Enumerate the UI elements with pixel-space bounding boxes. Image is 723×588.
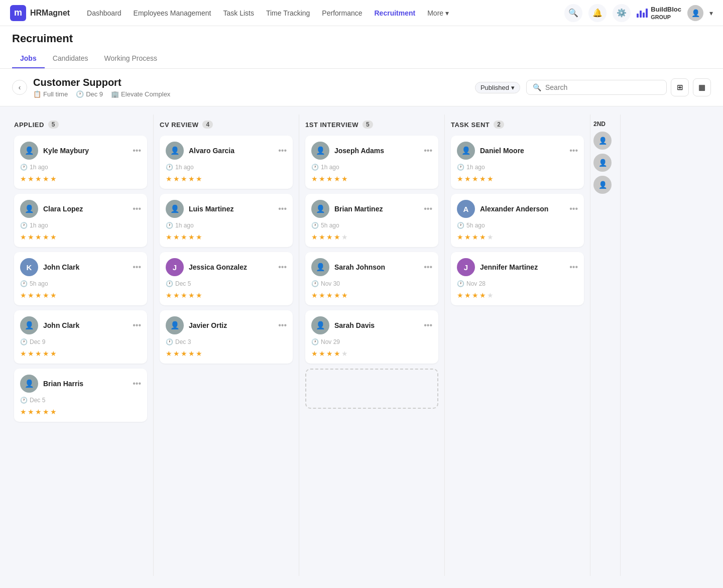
- nav-link-more[interactable]: More ▾: [422, 6, 454, 20]
- card-menu-button[interactable]: •••: [569, 146, 578, 155]
- star-icon: ★: [20, 408, 27, 416]
- clock-icon: 🕐: [457, 164, 464, 171]
- card-menu-button[interactable]: •••: [424, 263, 432, 272]
- back-button[interactable]: ‹: [12, 80, 27, 95]
- star-icon: ★: [43, 175, 49, 183]
- kanban-col-applied: APPLIED 5 👤 Kyle Maybury ••• 🕐 1h ago ★★…: [8, 114, 154, 576]
- card-time: 🕐 1h ago: [20, 222, 141, 229]
- candidate-card-luis[interactable]: 👤 Luis Martinez ••• 🕐 1h ago ★★★★★: [160, 194, 293, 247]
- nav-link-dashboard[interactable]: Dashboard: [82, 6, 127, 20]
- nav-link-timetracking[interactable]: Time Tracking: [261, 6, 315, 20]
- clock-icon: 🕐: [166, 280, 173, 287]
- notifications-button[interactable]: 🔔: [588, 4, 607, 22]
- clock-icon: 🕐: [311, 164, 319, 171]
- card-menu-button[interactable]: •••: [133, 321, 141, 330]
- star-icon: ★: [28, 291, 34, 299]
- col-header: 1ST INTERVIEW 5: [305, 121, 438, 129]
- star-rating: ★★★★★: [166, 175, 287, 183]
- candidate-avatar: J: [457, 258, 475, 276]
- tab-jobs[interactable]: Jobs: [12, 49, 45, 68]
- star-rating: ★★★★★: [166, 349, 287, 358]
- star-icon: ★: [196, 291, 202, 299]
- nav-link-recruitment[interactable]: Recruitment: [370, 6, 421, 20]
- star-rating: ★★★★★: [20, 408, 141, 416]
- bar1: [637, 14, 639, 18]
- card-menu-button[interactable]: •••: [278, 204, 287, 213]
- candidate-card-alvaro[interactable]: 👤 Alvaro Garcia ••• 🕐 1h ago ★★★★★: [160, 136, 293, 189]
- search-button[interactable]: 🔍: [564, 4, 582, 22]
- card-menu-button[interactable]: •••: [569, 263, 578, 272]
- logo[interactable]: m HRMagnet: [10, 5, 70, 21]
- user-chevron[interactable]: ▾: [709, 9, 713, 17]
- time-text: Nov 28: [466, 280, 486, 287]
- star-icon: ★: [464, 175, 471, 183]
- candidate-card-daniel[interactable]: 👤 Daniel Moore ••• 🕐 1h ago ★★★★★: [451, 136, 584, 189]
- card-menu-button[interactable]: •••: [133, 204, 141, 213]
- clock-icon: 🕐: [166, 338, 173, 345]
- card-menu-button[interactable]: •••: [278, 263, 287, 272]
- time-text: 1h ago: [175, 222, 194, 229]
- candidate-name: Daniel Moore: [480, 147, 564, 155]
- tab-candidates[interactable]: Candidates: [45, 49, 96, 68]
- search-input[interactable]: [545, 83, 660, 91]
- candidate-card-jessica[interactable]: J Jessica Gonzalez ••• 🕐 Dec 5 ★★★★★: [160, 252, 293, 305]
- candidate-card-john-clark-1[interactable]: K John Clark ••• 🕐 5h ago ★★★★★: [14, 252, 147, 305]
- col-header: CV REVIEW 4: [160, 121, 293, 129]
- candidate-avatar: 👤: [20, 375, 38, 393]
- nav-link-performance[interactable]: Performance: [317, 6, 367, 20]
- card-top: 👤 Brian Harris •••: [20, 375, 141, 393]
- card-time: 🕐 1h ago: [166, 222, 287, 229]
- candidate-card-clara[interactable]: 👤 Clara Lopez ••• 🕐 1h ago ★★★★★: [14, 194, 147, 247]
- card-menu-button[interactable]: •••: [424, 146, 432, 155]
- card-menu-button[interactable]: •••: [424, 321, 432, 330]
- star-icon: ★: [173, 291, 180, 299]
- card-menu-button[interactable]: •••: [133, 146, 141, 155]
- nav-link-tasklists[interactable]: Task Lists: [218, 6, 259, 20]
- candidate-name: Alvaro Garcia: [189, 147, 273, 155]
- candidate-name: John Clark: [43, 263, 128, 271]
- bar2: [640, 11, 642, 18]
- candidate-card-brian-m[interactable]: 👤 Brian Martinez ••• 🕐 5h ago ★★★★★: [305, 194, 438, 247]
- star-icon: ★: [487, 233, 494, 241]
- card-menu-button[interactable]: •••: [278, 321, 287, 330]
- star-icon: ★: [20, 175, 27, 183]
- star-icon: ★: [166, 233, 172, 241]
- star-icon: ★: [28, 233, 34, 241]
- card-menu-button[interactable]: •••: [133, 263, 141, 272]
- card-menu-button[interactable]: •••: [278, 146, 287, 155]
- card-time: 🕐 1h ago: [166, 164, 287, 171]
- candidate-card-brian-harris[interactable]: 👤 Brian Harris ••• 🕐 Dec 5 ★★★★★: [14, 369, 147, 422]
- more-chevron-icon: ▾: [445, 9, 449, 17]
- card-menu-button[interactable]: •••: [424, 204, 432, 213]
- star-icon: ★: [196, 349, 202, 358]
- job-info: Customer Support 📋 Full time 🕐 Dec 9 🏢 E…: [33, 77, 469, 98]
- star-rating: ★★★★★: [20, 233, 141, 241]
- candidate-card-javier[interactable]: 👤 Javier Ortiz ••• 🕐 Dec 3 ★★★★★: [160, 310, 293, 364]
- settings-button[interactable]: ⚙️: [613, 4, 631, 22]
- star-icon: ★: [487, 291, 494, 299]
- candidate-name: Joseph Adams: [334, 147, 419, 155]
- card-menu-button[interactable]: •••: [133, 379, 141, 388]
- candidate-card-sarah-d[interactable]: 👤 Sarah Davis ••• 🕐 Nov 29 ★★★★★: [305, 310, 438, 364]
- filter-button[interactable]: ⊞: [671, 78, 689, 96]
- grid-view-button[interactable]: ▦: [693, 78, 711, 96]
- time-text: 1h ago: [321, 164, 339, 171]
- status-badge[interactable]: Published ▾: [475, 82, 520, 93]
- col-count: 5: [48, 121, 59, 129]
- star-icon: ★: [181, 233, 187, 241]
- clock-icon: 🕐: [20, 164, 28, 171]
- tab-working-process[interactable]: Working Process: [96, 49, 166, 68]
- card-menu-button[interactable]: •••: [569, 204, 578, 213]
- candidate-card-jennifer[interactable]: J Jennifer Martinez ••• 🕐 Nov 28 ★★★★★: [451, 252, 584, 305]
- candidate-avatar: J: [166, 258, 184, 276]
- star-icon: ★: [334, 175, 340, 183]
- nav-link-employees[interactable]: Employees Management: [129, 6, 216, 20]
- candidate-card-alexander[interactable]: A Alexander Anderson ••• 🕐 5h ago ★★★★★: [451, 194, 584, 247]
- candidate-card-kyle[interactable]: 👤 Kyle Maybury ••• 🕐 1h ago ★★★★★: [14, 136, 147, 189]
- candidate-card-sarah-j[interactable]: 👤 Sarah Johnson ••• 🕐 Nov 30 ★★★★★: [305, 252, 438, 305]
- user-avatar[interactable]: 👤: [687, 5, 703, 21]
- card-top: 👤 Luis Martinez •••: [166, 200, 287, 218]
- candidate-card-joseph[interactable]: 👤 Joseph Adams ••• 🕐 1h ago ★★★★★: [305, 136, 438, 189]
- candidate-card-john-clark-2[interactable]: 👤 John Clark ••• 🕐 Dec 9 ★★★★★: [14, 310, 147, 364]
- star-icon: ★: [181, 349, 187, 358]
